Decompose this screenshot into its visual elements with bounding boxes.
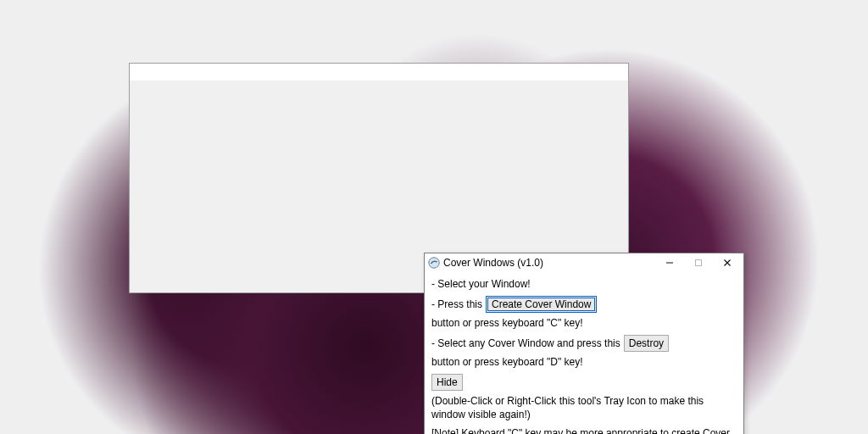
minimize-button[interactable] — [655, 254, 684, 271]
maximize-button[interactable] — [684, 254, 713, 271]
text: - Select any Cover Window and press this — [431, 337, 620, 350]
cover-window-titlebar[interactable] — [130, 64, 628, 81]
svg-point-0 — [429, 258, 439, 268]
note-text: [Note] Keyboard "C" key may be more appr… — [431, 426, 737, 434]
window-title: Cover Windows (v1.0) — [443, 257, 543, 269]
instruction-create: - Press this Create Cover Window button … — [431, 296, 737, 330]
titlebar[interactable]: Cover Windows (v1.0) — [425, 253, 743, 272]
instruction-select-window: - Select your Window! — [431, 277, 737, 291]
dialog-body: - Select your Window! - Press this Creat… — [425, 272, 743, 434]
cover-windows-dialog: Cover Windows (v1.0) - Select your Windo… — [424, 253, 744, 434]
text: [Note] Keyboard "C" key may be more appr… — [431, 426, 737, 434]
text: button or press keyboard "D" key! — [431, 355, 583, 369]
text: (Double-Click or Right-Click this tool's… — [431, 394, 737, 421]
text: - Select your Window! — [431, 277, 531, 291]
hide-button[interactable]: Hide — [431, 374, 463, 391]
text: button or press keyboard "C" key! — [431, 316, 583, 330]
instruction-hide: Hide (Double-Click or Right-Click this t… — [431, 374, 737, 421]
destroy-button[interactable]: Destroy — [624, 335, 669, 352]
svg-rect-1 — [666, 263, 673, 264]
close-button[interactable] — [713, 254, 742, 271]
app-icon — [428, 257, 440, 269]
instruction-destroy: - Select any Cover Window and press this… — [431, 335, 737, 369]
text: - Press this — [431, 298, 482, 311]
svg-rect-2 — [696, 260, 702, 266]
create-cover-window-button[interactable]: Create Cover Window — [486, 296, 597, 313]
